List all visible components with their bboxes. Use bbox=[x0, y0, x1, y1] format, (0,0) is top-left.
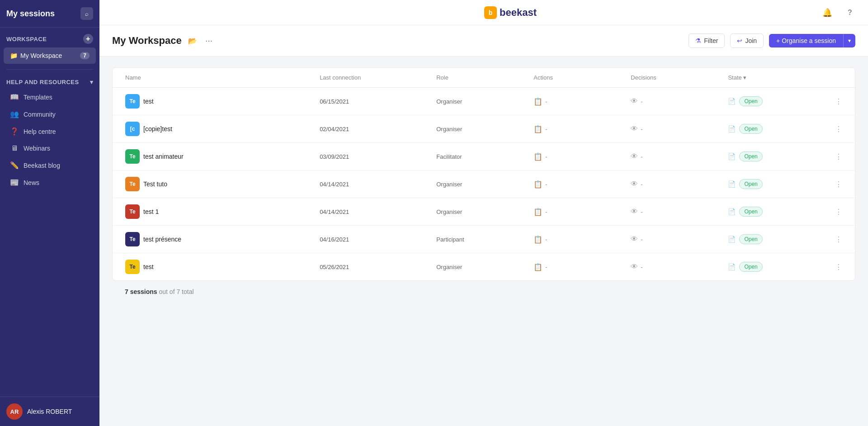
cell-actions-5: 📋 - bbox=[528, 229, 625, 250]
session-avatar-0: Te bbox=[125, 94, 140, 109]
cell-date-5: 04/16/2021 bbox=[314, 230, 431, 249]
help-centre-icon: ❓ bbox=[10, 127, 19, 136]
row-more-button-6[interactable]: ⋮ bbox=[832, 260, 845, 273]
user-profile[interactable]: AR Alexis ROBERT bbox=[0, 397, 99, 426]
session-avatar-2: Te bbox=[125, 149, 140, 164]
cell-state-0: 📄 Open bbox=[722, 90, 830, 113]
session-name-2[interactable]: test animateur bbox=[143, 153, 184, 160]
search-icon: ⌕ bbox=[85, 10, 89, 17]
cell-more-3: ⋮ bbox=[830, 178, 848, 190]
cell-decisions-2: 👁 - bbox=[625, 146, 722, 167]
cell-name-3: Te Test tuto bbox=[120, 170, 314, 198]
state-badge-4: Open bbox=[739, 207, 762, 217]
session-name-1[interactable]: [copie]test bbox=[143, 125, 172, 133]
sidebar-item-news[interactable]: 📰News bbox=[4, 174, 96, 191]
session-name-6[interactable]: test bbox=[143, 263, 154, 270]
notification-icon: 🔔 bbox=[822, 8, 832, 18]
row-more-button-2[interactable]: ⋮ bbox=[832, 150, 845, 163]
decisions-icon: 👁 bbox=[631, 152, 638, 161]
table-row: Te test présence 04/16/2021 Participant … bbox=[113, 226, 855, 253]
actions-clipboard-icon: 📋 bbox=[533, 235, 542, 244]
cell-date-1: 02/04/2021 bbox=[314, 119, 431, 139]
cell-name-5: Te test présence bbox=[120, 226, 314, 253]
decisions-icon: 👁 bbox=[631, 208, 638, 216]
cell-decisions-3: 👁 - bbox=[625, 174, 722, 194]
decisions-icon: 👁 bbox=[631, 263, 638, 271]
row-more-button-0[interactable]: ⋮ bbox=[832, 95, 845, 108]
workspace-session-count: 7 bbox=[80, 52, 90, 59]
state-badge-0: Open bbox=[739, 96, 762, 106]
cell-name-1: [c [copie]test bbox=[120, 115, 314, 142]
col-more bbox=[830, 68, 848, 87]
state-copy-icon: 📄 bbox=[728, 153, 736, 160]
cell-decisions-1: 👁 - bbox=[625, 118, 722, 139]
join-button[interactable]: ↩ Join bbox=[730, 33, 764, 48]
cell-decisions-0: 👁 - bbox=[625, 91, 722, 112]
notification-button[interactable]: 🔔 bbox=[820, 5, 835, 20]
sidebar-item-webinars[interactable]: 🖥Webinars bbox=[4, 140, 96, 156]
session-avatar-1: [c bbox=[125, 122, 140, 136]
cell-name-2: Te test animateur bbox=[120, 143, 314, 170]
table-footer: 7 sessions out of 7 total bbox=[112, 281, 855, 303]
my-workspace-item[interactable]: 📁 My Workspace 7 bbox=[4, 47, 96, 64]
row-more-button-5[interactable]: ⋮ bbox=[832, 233, 845, 246]
topbar-actions: 🔔 ? bbox=[820, 5, 857, 20]
workspace-section-label: Workspace bbox=[6, 36, 47, 43]
join-icon: ↩ bbox=[737, 37, 742, 44]
cell-decisions-5: 👁 - bbox=[625, 229, 722, 250]
decisions-icon: 👁 bbox=[631, 235, 638, 243]
cell-actions-3: 📋 - bbox=[528, 174, 625, 195]
session-name-4[interactable]: test 1 bbox=[143, 208, 159, 215]
workspace-folder-icon[interactable]: 📂 bbox=[186, 35, 199, 47]
organise-session-caret[interactable]: ▾ bbox=[843, 34, 855, 47]
workspace-folder-icon: 📁 bbox=[10, 52, 18, 59]
cell-actions-4: 📋 - bbox=[528, 201, 625, 222]
cell-role-1: Organiser bbox=[431, 119, 528, 139]
sidebar-item-beekast-blog[interactable]: ✏️Beekast blog bbox=[4, 157, 96, 174]
user-name: Alexis ROBERT bbox=[27, 408, 72, 415]
cell-more-6: ⋮ bbox=[830, 260, 848, 273]
table-header-row: Name Last connection Role Actions Decisi… bbox=[113, 68, 855, 88]
sidebar-item-help-centre[interactable]: ❓Help centre bbox=[4, 123, 96, 140]
col-role: Role bbox=[431, 68, 528, 87]
actions-clipboard-icon: 📋 bbox=[533, 208, 542, 216]
cell-state-4: 📄 Open bbox=[722, 200, 830, 223]
actions-clipboard-icon: 📋 bbox=[533, 263, 542, 271]
session-name-0[interactable]: test bbox=[143, 98, 154, 105]
community-icon: 👥 bbox=[10, 110, 19, 118]
sidebar-item-community[interactable]: 👥Community bbox=[4, 106, 96, 123]
state-badge-5: Open bbox=[739, 234, 762, 244]
row-more-button-3[interactable]: ⋮ bbox=[832, 178, 845, 190]
cell-role-6: Organiser bbox=[431, 257, 528, 277]
row-more-button-1[interactable]: ⋮ bbox=[832, 123, 845, 135]
actions-clipboard-icon: 📋 bbox=[533, 125, 542, 133]
col-name: Name bbox=[120, 68, 314, 87]
resources-section-header[interactable]: Help and resources ▾ bbox=[0, 74, 99, 88]
table-row: Te test 05/26/2021 Organiser 📋 - 👁 - 📄 O… bbox=[113, 253, 855, 280]
workspace-section-header: Workspace + bbox=[0, 28, 99, 47]
logo-text: beekast bbox=[500, 7, 537, 19]
workspace-title-row: My Workspace 📂 ⋯ bbox=[112, 35, 214, 55]
sidebar-item-templates[interactable]: 📖Templates bbox=[4, 89, 96, 105]
state-badge-2: Open bbox=[739, 151, 762, 161]
add-workspace-button[interactable]: + bbox=[83, 34, 93, 44]
state-badge-1: Open bbox=[739, 124, 762, 134]
decisions-icon: 👁 bbox=[631, 180, 638, 188]
cell-more-5: ⋮ bbox=[830, 233, 848, 246]
cell-role-2: Facilitator bbox=[431, 147, 528, 166]
organise-session-button[interactable]: + Organise a session bbox=[769, 34, 843, 47]
cell-name-4: Te test 1 bbox=[120, 198, 314, 225]
help-icon: ? bbox=[848, 9, 852, 17]
workspace-more-icon[interactable]: ⋯ bbox=[203, 35, 214, 47]
col-actions: Actions bbox=[528, 68, 625, 87]
session-name-3[interactable]: Test tuto bbox=[143, 180, 167, 188]
search-icon-btn[interactable]: ⌕ bbox=[80, 7, 93, 20]
cell-actions-6: 📋 - bbox=[528, 256, 625, 278]
row-more-button-4[interactable]: ⋮ bbox=[832, 205, 845, 218]
help-button[interactable]: ? bbox=[843, 5, 857, 20]
session-name-5[interactable]: test présence bbox=[143, 236, 181, 243]
state-badge-6: Open bbox=[739, 262, 762, 272]
sidebar-item-label: Templates bbox=[24, 94, 52, 101]
cell-actions-2: 📋 - bbox=[528, 146, 625, 167]
filter-button[interactable]: ⚗ Filter bbox=[689, 33, 725, 48]
